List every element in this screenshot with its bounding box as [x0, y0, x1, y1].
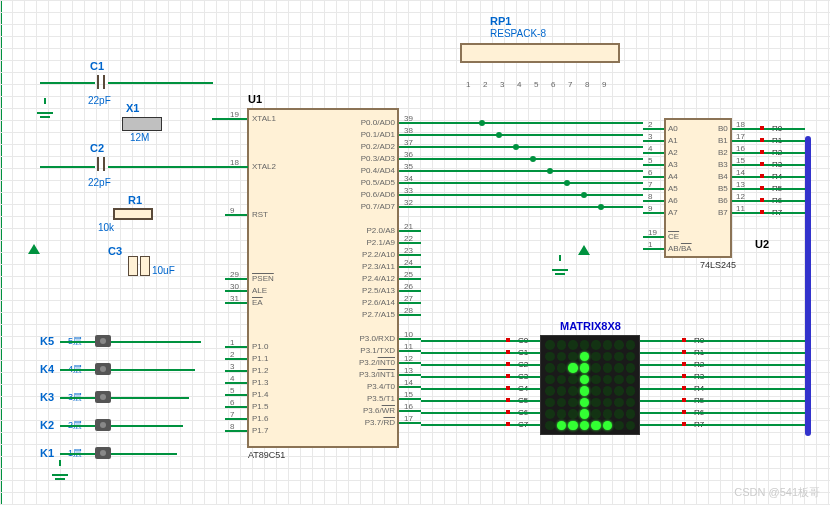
led-7-0 [545, 421, 555, 431]
pin-stub [399, 170, 421, 172]
u2-pin-label: A7 [668, 208, 678, 217]
u2-pin-label: B1 [718, 136, 728, 145]
led-0-0 [545, 340, 555, 350]
ground-u2 [550, 255, 570, 269]
u1-pin-label: P1.5 [252, 402, 268, 411]
wire-r [640, 352, 805, 354]
u1-pin-label: P3.4/T0 [367, 382, 395, 391]
wire-k [111, 425, 183, 427]
u1-pin-label: P1.6 [252, 414, 268, 423]
u2-pin-label: B6 [718, 196, 728, 205]
net-node [760, 210, 764, 214]
wire-k [111, 453, 177, 455]
pin-stub [399, 422, 421, 424]
u1-pin-label: P2.1/A9 [367, 238, 395, 247]
pin-stub [225, 214, 247, 216]
net-node [682, 374, 686, 378]
led-1-7 [626, 352, 636, 362]
c3-val: 10uF [152, 265, 175, 276]
u2-pin-label: A2 [668, 148, 678, 157]
wire-p0 [549, 170, 643, 172]
u1-val: AT89C51 [248, 450, 285, 460]
pin-stub [399, 278, 421, 280]
rp-pin-num: 8 [585, 80, 589, 89]
u1-pin-label: P1.0 [252, 342, 268, 351]
rp-pin-num: 9 [602, 80, 606, 89]
c1-ref: C1 [90, 60, 104, 72]
net-node [682, 362, 686, 366]
led-1-4 [591, 352, 601, 362]
led-6-6 [614, 409, 624, 419]
net-node [682, 398, 686, 402]
wire-p0 [421, 194, 583, 196]
rp-pin-num: 4 [517, 80, 521, 89]
c2-body[interactable] [95, 157, 107, 173]
x1-body[interactable] [122, 117, 162, 131]
led-6-7 [626, 409, 636, 419]
led-4-2 [568, 386, 578, 396]
led-1-3 [580, 352, 590, 362]
vcc-u2 [578, 245, 590, 255]
rp-pin-num: 5 [534, 80, 538, 89]
pin-stub [643, 140, 664, 142]
led-4-0 [545, 386, 555, 396]
led-1-2 [568, 352, 578, 362]
r1-ref: R1 [128, 194, 142, 206]
led-3-1 [557, 375, 567, 385]
u1-pin-label: P0.6/AD6 [361, 190, 395, 199]
matrix-display[interactable] [540, 335, 640, 435]
pin-stub [399, 314, 421, 316]
pin-stub [643, 236, 664, 238]
rp1-body[interactable] [460, 43, 620, 63]
led-2-0 [545, 363, 555, 373]
led-4-4 [591, 386, 601, 396]
led-0-2 [568, 340, 578, 350]
net-node [760, 198, 764, 202]
pin-stub [225, 290, 247, 292]
k3-ref: K3 [40, 391, 54, 403]
led-4-1 [557, 386, 567, 396]
wire-r [732, 128, 805, 130]
c1-body[interactable] [95, 75, 107, 91]
led-6-2 [568, 409, 578, 419]
x1-ref: X1 [126, 102, 139, 114]
u1-pin-label: P1.7 [252, 426, 268, 435]
c2-ref: C2 [90, 142, 104, 154]
junction [598, 204, 604, 210]
u2-pin-label: B5 [718, 184, 728, 193]
pin-stub [225, 406, 247, 408]
u1-pin-label: P0.7/AD7 [361, 202, 395, 211]
u2-pin-label: A3 [668, 160, 678, 169]
c3-body[interactable] [128, 256, 150, 278]
wire-r [732, 152, 805, 154]
c3-ref: C3 [108, 245, 122, 257]
u2-pin-label: B0 [718, 124, 728, 133]
pin-stub [399, 302, 421, 304]
wire-k [60, 369, 95, 371]
led-2-1 [557, 363, 567, 373]
led-7-6 [614, 421, 624, 431]
net-node [760, 126, 764, 130]
wire-r [640, 376, 805, 378]
led-3-7 [626, 375, 636, 385]
junction [479, 120, 485, 126]
wire-r [640, 424, 805, 426]
u1-pin-label: P3.0/RXD [359, 334, 395, 343]
r1-body[interactable] [113, 208, 153, 220]
pin-stub [225, 358, 247, 360]
wire [40, 82, 95, 84]
net-node [682, 350, 686, 354]
led-5-6 [614, 398, 624, 408]
u1-pin-label: P0.1/AD1 [361, 130, 395, 139]
junction [513, 144, 519, 150]
u1-pin-label: P3.5/T1 [367, 394, 395, 403]
u2-ref: U2 [755, 238, 769, 250]
pin-stub [225, 382, 247, 384]
wire-r [732, 188, 805, 190]
u1-pin-label: PSEN [252, 274, 274, 283]
led-2-6 [614, 363, 624, 373]
wire-p0 [421, 122, 481, 124]
pin-stub [643, 188, 664, 190]
u2-pin-label: A4 [668, 172, 678, 181]
led-2-7 [626, 363, 636, 373]
